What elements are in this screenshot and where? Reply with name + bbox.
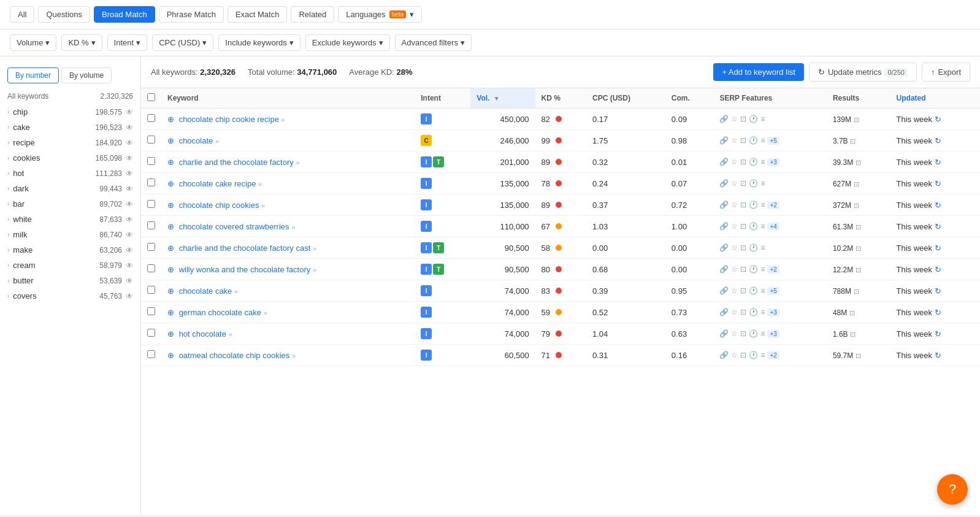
add-keyword-icon[interactable]: ⊕ <box>167 243 174 253</box>
keyword-link[interactable]: willy wonka and the chocolate factory <box>179 265 311 274</box>
col-volume[interactable]: Vol. ▼ <box>470 88 535 109</box>
row-refresh-icon[interactable]: ↻ <box>935 201 941 210</box>
keyword-link[interactable]: chocolate covered strawberries <box>179 222 289 231</box>
row-checkbox-cell[interactable] <box>141 323 161 345</box>
tab-related[interactable]: Related <box>291 6 334 23</box>
col-kd[interactable]: KD % <box>535 88 586 109</box>
col-com[interactable]: Com. <box>665 88 714 109</box>
row-checkbox-cell[interactable] <box>141 173 161 194</box>
row-refresh-icon[interactable]: ↻ <box>935 179 941 188</box>
eye-icon[interactable]: 👁 <box>126 246 133 255</box>
keyword-link[interactable]: charlie and the chocolate factory cast <box>179 243 311 253</box>
row-checkbox-cell[interactable] <box>141 130 161 151</box>
row-checkbox[interactable] <box>147 136 155 144</box>
add-keyword-icon[interactable]: ⊕ <box>167 201 174 210</box>
keyword-link[interactable]: chocolate chip cookies <box>179 201 259 210</box>
sidebar-item[interactable]: › make 63,206 👁 <box>0 242 140 258</box>
row-checkbox-cell[interactable] <box>141 216 161 237</box>
row-refresh-icon[interactable]: ↻ <box>935 222 941 231</box>
eye-icon[interactable]: 👁 <box>126 292 133 301</box>
row-checkbox[interactable] <box>147 200 155 208</box>
row-checkbox[interactable] <box>147 286 155 294</box>
sidebar-tab-by-volume[interactable]: By volume <box>61 67 112 83</box>
keyword-link[interactable]: german chocolate cake <box>179 308 261 317</box>
sidebar-item[interactable]: › cookies 165,098 👁 <box>0 150 140 166</box>
sidebar-item[interactable]: › dark 99,443 👁 <box>0 181 140 196</box>
row-checkbox[interactable] <box>147 307 155 315</box>
eye-icon[interactable]: 👁 <box>126 261 133 270</box>
sidebar-item[interactable]: › white 87,633 👁 <box>0 212 140 227</box>
advanced-filters[interactable]: Advanced filters ▾ <box>395 34 472 51</box>
row-refresh-icon[interactable]: ↻ <box>935 265 941 274</box>
tab-phrase-match[interactable]: Phrase Match <box>159 6 224 23</box>
select-all-checkbox[interactable] <box>147 93 155 101</box>
row-checkbox-cell[interactable] <box>141 259 161 280</box>
kd-filter[interactable]: KD % ▾ <box>61 34 102 51</box>
eye-icon[interactable]: 👁 <box>126 200 133 209</box>
sidebar-item[interactable]: › covers 45,763 👁 <box>0 288 140 304</box>
keyword-link[interactable]: hot chocolate <box>179 329 226 339</box>
keyword-link[interactable]: chocolate cake recipe <box>179 179 256 188</box>
add-keyword-icon[interactable]: ⊕ <box>167 222 174 231</box>
row-refresh-icon[interactable]: ↻ <box>935 329 941 339</box>
sidebar-item[interactable]: › cream 58,979 👁 <box>0 258 140 273</box>
eye-icon[interactable]: 👁 <box>126 231 133 239</box>
select-all-header[interactable] <box>141 88 161 109</box>
col-results[interactable]: Results <box>827 88 890 109</box>
row-checkbox-cell[interactable] <box>141 280 161 302</box>
eye-icon[interactable]: 👁 <box>126 277 133 285</box>
tab-all[interactable]: All <box>10 6 34 23</box>
keyword-link[interactable]: chocolate <box>179 136 213 145</box>
keyword-link[interactable]: charlie and the chocolate factory <box>179 158 294 167</box>
intent-filter[interactable]: Intent ▾ <box>107 34 148 51</box>
keyword-link[interactable]: chocolate cake <box>179 286 232 296</box>
eye-icon[interactable]: 👁 <box>126 169 133 178</box>
sidebar-tab-by-number[interactable]: By number <box>7 67 59 83</box>
update-metrics-button[interactable]: ↻ Update metrics 0/250 <box>809 63 917 82</box>
row-checkbox-cell[interactable] <box>141 151 161 173</box>
row-refresh-icon[interactable]: ↻ <box>935 115 941 124</box>
sidebar-item[interactable]: › chip 198,575 👁 <box>0 104 140 120</box>
col-updated[interactable]: Updated <box>890 88 980 109</box>
sidebar-item[interactable]: › hot 111,283 👁 <box>0 166 140 181</box>
eye-icon[interactable]: 👁 <box>126 139 133 147</box>
keyword-link[interactable]: oatmeal chocolate chip cookies <box>179 351 290 360</box>
tab-questions[interactable]: Questions <box>38 6 90 23</box>
add-keyword-icon[interactable]: ⊕ <box>167 308 174 317</box>
row-refresh-icon[interactable]: ↻ <box>935 286 941 296</box>
volume-filter[interactable]: Volume ▾ <box>10 34 56 51</box>
row-checkbox-cell[interactable] <box>141 109 161 130</box>
row-refresh-icon[interactable]: ↻ <box>935 158 941 167</box>
help-fab[interactable]: ? <box>937 474 968 505</box>
add-keyword-icon[interactable]: ⊕ <box>167 265 174 274</box>
add-keyword-icon[interactable]: ⊕ <box>167 115 174 124</box>
add-keyword-icon[interactable]: ⊕ <box>167 158 174 167</box>
sidebar-item[interactable]: › butter 53,639 👁 <box>0 273 140 288</box>
languages-filter[interactable]: Languages beta ▾ <box>338 6 422 23</box>
row-checkbox-cell[interactable] <box>141 345 161 366</box>
add-keyword-icon[interactable]: ⊕ <box>167 351 174 360</box>
eye-icon[interactable]: 👁 <box>126 215 133 224</box>
row-refresh-icon[interactable]: ↻ <box>935 308 941 317</box>
row-refresh-icon[interactable]: ↻ <box>935 243 941 253</box>
col-cpc[interactable]: CPC (USD) <box>586 88 665 109</box>
add-keyword-icon[interactable]: ⊕ <box>167 136 174 145</box>
row-checkbox-cell[interactable] <box>141 302 161 323</box>
cpc-filter[interactable]: CPC (USD) ▾ <box>152 34 213 51</box>
add-keyword-icon[interactable]: ⊕ <box>167 329 174 339</box>
row-checkbox[interactable] <box>147 264 155 272</box>
export-button[interactable]: ↑ Export <box>922 63 970 82</box>
row-checkbox[interactable] <box>147 329 155 337</box>
exclude-keywords-filter[interactable]: Exclude keywords ▾ <box>305 34 390 51</box>
row-checkbox-cell[interactable] <box>141 194 161 216</box>
include-keywords-filter[interactable]: Include keywords ▾ <box>218 34 300 51</box>
eye-icon[interactable]: 👁 <box>126 108 133 117</box>
sidebar-item[interactable]: › milk 86,740 👁 <box>0 227 140 242</box>
row-checkbox[interactable] <box>147 114 155 122</box>
sidebar-item[interactable]: › bar 89,702 👁 <box>0 196 140 212</box>
tab-broad-match[interactable]: Broad Match <box>94 6 155 23</box>
add-keyword-icon[interactable]: ⊕ <box>167 286 174 296</box>
eye-icon[interactable]: 👁 <box>126 185 133 193</box>
add-keyword-icon[interactable]: ⊕ <box>167 179 174 188</box>
row-checkbox[interactable] <box>147 178 155 186</box>
